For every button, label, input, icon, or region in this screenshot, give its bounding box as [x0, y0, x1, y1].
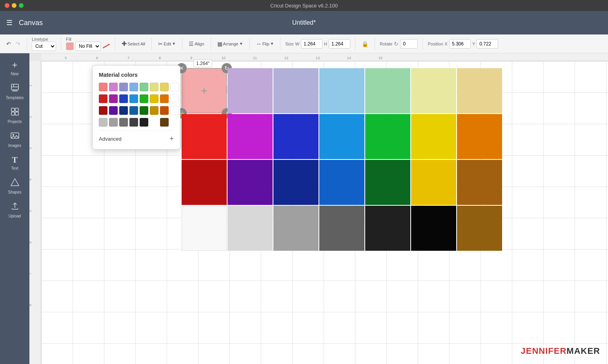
projects-icon: [10, 107, 20, 118]
color-cell[interactable]: [150, 106, 158, 115]
square-r1c2[interactable]: [228, 68, 273, 113]
size-h-input[interactable]: [329, 39, 350, 49]
sidebar-label-images: Images: [8, 143, 21, 148]
select-all-button[interactable]: ✚ Select All: [120, 39, 147, 48]
square-r3c3[interactable]: [273, 160, 319, 205]
square-r4c3[interactable]: [273, 206, 319, 251]
pos-x-input[interactable]: [449, 39, 471, 49]
watermark: JENNIFERMAKER: [521, 346, 600, 356]
color-cell[interactable]: [119, 94, 128, 103]
color-cell[interactable]: [99, 106, 107, 115]
color-cell[interactable]: [99, 83, 107, 91]
square-r1c6[interactable]: [411, 68, 456, 113]
sep4: [151, 38, 152, 50]
hamburger-menu-icon[interactable]: ☰: [6, 18, 13, 27]
color-cell[interactable]: [129, 106, 138, 115]
left-sidebar: + New Templates: [0, 53, 29, 364]
pos-y-input[interactable]: [477, 39, 498, 49]
minimize-button[interactable]: [12, 3, 16, 8]
svg-rect-1: [11, 87, 18, 87]
square-r3c1[interactable]: [182, 160, 227, 205]
color-cell[interactable]: [150, 83, 158, 91]
fill-color-swatch[interactable]: [66, 42, 74, 50]
edit-button[interactable]: ✂ Edit ▼: [157, 40, 177, 48]
square-r1c5[interactable]: [365, 68, 410, 113]
square-r3c2[interactable]: [228, 160, 273, 205]
color-cell-empty: [170, 83, 179, 91]
rotate-input[interactable]: [400, 39, 418, 49]
square-r4c2[interactable]: [228, 206, 273, 251]
sidebar-item-new[interactable]: + New: [2, 56, 27, 79]
sidebar-item-shapes[interactable]: Shapes: [2, 174, 27, 197]
square-r1c4[interactable]: [319, 68, 364, 113]
edit-label: Edit: [164, 42, 171, 46]
color-cell[interactable]: [119, 83, 128, 91]
flip-button[interactable]: ↔ Flip ▼: [255, 40, 276, 48]
advanced-plus-icon[interactable]: +: [169, 135, 174, 143]
square-r4c4[interactable]: [319, 206, 364, 251]
square-r2c3[interactable]: [273, 114, 319, 159]
sidebar-item-projects[interactable]: Projects: [2, 104, 27, 127]
redo-button[interactable]: ↷: [14, 40, 22, 48]
color-cell[interactable]: [129, 118, 138, 127]
sidebar-label-projects: Projects: [7, 120, 22, 124]
color-cell[interactable]: [129, 83, 138, 91]
size-w-input[interactable]: [301, 39, 322, 49]
sidebar-item-upload[interactable]: Upload: [2, 198, 27, 221]
color-cell[interactable]: [99, 118, 107, 127]
square-r4c5[interactable]: [365, 206, 410, 251]
color-cell[interactable]: [140, 83, 148, 91]
new-icon: +: [12, 60, 17, 71]
square-r3c5[interactable]: [365, 160, 410, 205]
ruler-tick-9: 9: [190, 56, 192, 60]
color-cell[interactable]: [160, 118, 169, 127]
linetype-select[interactable]: Cut Draw Score: [32, 42, 56, 51]
color-cell[interactable]: [160, 106, 169, 115]
color-cell[interactable]: [140, 118, 148, 127]
square-r2c2[interactable]: [228, 114, 273, 159]
square-r2c6[interactable]: [411, 114, 456, 159]
sidebar-item-templates[interactable]: Templates: [2, 80, 27, 103]
sidebar-label-shapes: Shapes: [8, 190, 22, 194]
square-r2c4[interactable]: [319, 114, 364, 159]
lock-button[interactable]: 🔒: [360, 40, 370, 48]
color-cell[interactable]: [129, 94, 138, 103]
color-cell[interactable]: [140, 94, 148, 103]
svg-rect-6: [11, 112, 15, 115]
undo-button[interactable]: ↶: [5, 40, 13, 48]
color-cell[interactable]: [140, 106, 148, 115]
square-r3c6[interactable]: [411, 160, 456, 205]
color-cell[interactable]: [109, 94, 118, 103]
arrange-button[interactable]: ▦ Arrange ▼: [216, 40, 245, 48]
square-r2c7[interactable]: [457, 114, 502, 159]
close-button[interactable]: [5, 3, 9, 8]
selected-square[interactable]: +: [182, 68, 227, 113]
square-r3c7[interactable]: [457, 160, 502, 205]
square-r4c7[interactable]: [457, 206, 502, 251]
square-r4c1[interactable]: [182, 206, 227, 251]
square-r2c1[interactable]: [182, 114, 227, 159]
square-r3c4[interactable]: [319, 160, 364, 205]
color-cell[interactable]: [150, 94, 158, 103]
color-cell[interactable]: [109, 83, 118, 91]
size-label: Size: [285, 42, 293, 46]
align-button[interactable]: ☰ Align: [187, 40, 206, 48]
square-r1c7[interactable]: [457, 68, 502, 113]
color-cell[interactable]: [99, 94, 107, 103]
ruler-tick-v1: 1: [29, 85, 32, 87]
color-cell[interactable]: [160, 83, 169, 91]
sidebar-item-images[interactable]: Images: [2, 128, 27, 151]
color-cell[interactable]: [119, 106, 128, 115]
sep2: [61, 38, 61, 50]
color-cell[interactable]: [160, 94, 169, 103]
color-cell[interactable]: [109, 106, 118, 115]
fill-select[interactable]: No Fill Color: [75, 42, 101, 51]
square-r1c3[interactable]: [273, 68, 319, 113]
square-r4c6[interactable]: [411, 206, 456, 251]
square-r2c5[interactable]: [365, 114, 410, 159]
undo-redo-group: ↶ ↷: [5, 40, 22, 48]
color-cell[interactable]: [119, 118, 128, 127]
maximize-button[interactable]: [19, 3, 24, 8]
color-cell[interactable]: [109, 118, 118, 127]
sidebar-item-text[interactable]: T Text: [2, 152, 27, 174]
